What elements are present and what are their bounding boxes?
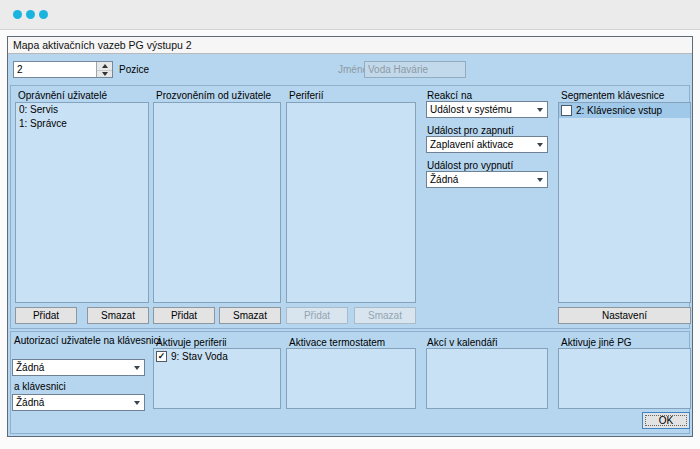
name-input (364, 61, 466, 78)
combo-value: Žádná (16, 397, 44, 408)
and-keyboard-label: a klávesnici (14, 381, 66, 392)
screen: Mapa aktivačních vazeb PG výstupu 2 Pozi… (0, 0, 700, 449)
chevron-down-icon (134, 401, 140, 405)
checkbox-icon[interactable] (156, 351, 167, 362)
position-label: Pozice (119, 64, 149, 75)
combo-value: Žádná (16, 362, 44, 373)
list-item[interactable]: 1: Správce (16, 117, 148, 131)
spinner-down-icon[interactable] (97, 70, 112, 78)
window-dot-3-icon[interactable] (39, 10, 48, 19)
on-event-label: Událost pro zapnutí (427, 125, 514, 136)
position-spinner[interactable] (13, 61, 113, 78)
keyboard-segment-group-label: Segmentem klávesnice (561, 90, 664, 101)
window-dot-1-icon[interactable] (13, 10, 22, 19)
off-event-label: Událost pro vypnutí (427, 160, 513, 171)
peripherals-add-button: Přidat (286, 307, 348, 324)
browser-titlebar (0, 0, 700, 30)
thermostat-group-label: Aktivace termostatem (289, 337, 385, 348)
users-group-label: Oprávnění uživatelé (18, 90, 107, 101)
position-input[interactable] (14, 62, 96, 77)
users-remove-button[interactable]: Smazat (87, 307, 149, 324)
ringing-group-label: Prozvoněním od uživatele (156, 90, 271, 101)
ringing-add-button[interactable]: Přidat (153, 307, 215, 324)
chevron-down-icon (537, 108, 543, 112)
dialog-window: Mapa aktivačních vazeb PG výstupu 2 Pozi… (7, 36, 693, 437)
combo-value: Zaplavení aktivace (430, 139, 513, 150)
system-event-select[interactable]: Událost v systému (426, 101, 548, 118)
other-pg-group-label: Aktivuje jiné PG (561, 337, 632, 348)
thermostat-listbox[interactable] (286, 348, 416, 409)
other-pg-listbox[interactable] (558, 348, 691, 409)
activates-peripheral-group-label: Aktivuje periferii (156, 337, 227, 348)
ok-button[interactable]: OK (642, 412, 690, 429)
list-item[interactable]: 0: Servis (16, 103, 148, 117)
peripherals-listbox[interactable] (286, 102, 416, 303)
chevron-down-icon (537, 178, 543, 182)
segment-list-item[interactable]: 2: Klávesnice vstup (559, 103, 690, 118)
combo-value: Žádná (430, 174, 458, 185)
combo-value: Událost v systému (430, 104, 512, 115)
settings-button[interactable]: Nastavení (558, 307, 691, 324)
ringing-listbox[interactable] (153, 102, 281, 303)
authorization-keyboard-select[interactable]: Žádná (12, 394, 145, 411)
chevron-down-icon (537, 143, 543, 147)
spinner-buttons[interactable] (96, 62, 112, 77)
peripherals-group-label: Periferií (289, 90, 323, 101)
on-event-select[interactable]: Zaplavení aktivace (426, 136, 548, 153)
calendar-group-label: Akcí v kalendáři (427, 337, 498, 348)
off-event-select[interactable]: Žádná (426, 171, 548, 188)
calendar-listbox[interactable] (426, 348, 548, 409)
reaction-group-label: Reakcí na (427, 90, 472, 101)
keyboard-segment-listbox[interactable]: 2: Klávesnice vstup (558, 102, 691, 303)
spinner-up-icon[interactable] (97, 62, 112, 70)
authorization-group-label: Autorizací uživatele na klávesnici (14, 335, 161, 346)
peripheral-item-label: 9: Stav Voda (171, 351, 228, 362)
peripheral-list-item[interactable]: 9: Stav Voda (154, 349, 280, 364)
activates-peripheral-listbox[interactable]: 9: Stav Voda (153, 348, 281, 409)
dialog-title: Mapa aktivačních vazeb PG výstupu 2 (8, 37, 692, 54)
users-add-button[interactable]: Přidat (15, 307, 77, 324)
users-listbox[interactable]: 0: Servis 1: Správce (15, 102, 149, 303)
checkbox-icon[interactable] (561, 105, 572, 116)
segment-item-label: 2: Klávesnice vstup (576, 105, 662, 116)
authorization-user-select[interactable]: Žádná (12, 359, 145, 376)
window-dot-2-icon[interactable] (26, 10, 35, 19)
peripherals-remove-button: Smazat (354, 307, 416, 324)
chevron-down-icon (134, 366, 140, 370)
ringing-remove-button[interactable]: Smazat (219, 307, 281, 324)
